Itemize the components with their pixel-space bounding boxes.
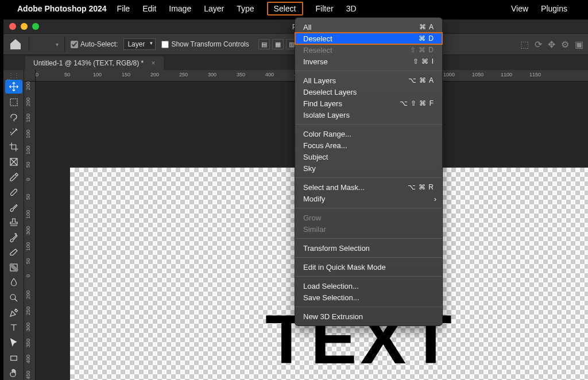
auto-select-label: Auto-Select: [80, 40, 118, 48]
divider [64, 37, 65, 52]
home-button[interactable] [8, 37, 23, 52]
menu-item-focus-area[interactable]: Focus Area... [295, 139, 442, 151]
camera-icon[interactable]: ▣ [575, 39, 583, 50]
menu-edit[interactable]: Edit [142, 4, 156, 13]
ruler-tick: 300 [25, 226, 31, 235]
menu-select[interactable]: Select [267, 2, 303, 15]
show-transform-checkbox[interactable]: Show Transform Controls [161, 40, 249, 48]
history-brush-tool[interactable] [5, 231, 22, 245]
menu-view[interactable]: View [511, 4, 528, 13]
type-tool[interactable] [5, 321, 22, 335]
gear-icon[interactable]: ⚙ [561, 39, 569, 50]
menu-item-new-3d-extrusion[interactable]: New 3D Extrusion [295, 311, 442, 322]
menu-separator [295, 124, 442, 125]
ruler-tick: 300 [25, 323, 31, 331]
menu-item-reselect: Reselect⇧ ⌘ D [295, 44, 442, 56]
menu-item-color-range[interactable]: Color Range... [295, 128, 442, 139]
menu-item-label: All [303, 23, 311, 32]
ruler-tick: 100 [25, 210, 31, 219]
dodge-tool[interactable] [5, 290, 22, 304]
eraser-tool[interactable] [5, 246, 22, 259]
menu-shortcut: ⌥ ⌘ A [408, 76, 434, 84]
rotate-icon[interactable]: ⟳ [535, 39, 542, 50]
menu-plugins[interactable]: Plugins [541, 4, 567, 13]
window-close-button[interactable] [9, 23, 16, 30]
menu-item-label: Load Selection... [303, 282, 359, 290]
menu-item-label: Find Layers [303, 99, 342, 108]
quick-select-tool[interactable] [5, 125, 22, 139]
show-transform-input[interactable] [161, 41, 169, 48]
healing-brush-tool[interactable] [5, 185, 22, 199]
crop-tool[interactable] [5, 140, 22, 154]
menu-separator [295, 276, 442, 277]
pen-tool[interactable] [5, 306, 22, 320]
scale-icon[interactable]: ✥ [548, 39, 555, 50]
align-left-button[interactable]: ▤ [258, 39, 270, 49]
eyedropper-tool[interactable] [5, 170, 22, 184]
menu-item-modify[interactable]: Modify› [295, 193, 442, 204]
ruler-tick: 400 [25, 355, 31, 363]
menu-item-load-selection[interactable]: Load Selection... [295, 280, 442, 292]
clone-stamp-tool[interactable] [5, 215, 22, 229]
menu-item-save-selection[interactable]: Save Selection... [295, 292, 442, 303]
ruler-tick: 50 [25, 258, 31, 264]
menu-separator [295, 71, 442, 71]
menu-item-label: Similar [303, 225, 326, 234]
panel-expander[interactable]: ›› [7, 77, 25, 86]
menu-item-select-and-mask[interactable]: Select and Mask...⌥ ⌘ R [295, 181, 442, 193]
menu-item-subject[interactable]: Subject [295, 151, 442, 162]
menu-image[interactable]: Image [169, 4, 191, 13]
menu-item-label: Modify [303, 195, 325, 203]
ruler-tick: 150 [122, 72, 130, 77]
menu-item-label: Save Selection... [303, 293, 359, 302]
menu-layer[interactable]: Layer [204, 4, 224, 13]
auto-select-checkbox[interactable]: Auto-Select: [71, 40, 118, 48]
vertical-ruler[interactable]: 2002001501001005005010030010050020025030… [24, 82, 36, 380]
brush-tool[interactable] [5, 200, 22, 214]
menu-item-label: Transform Selection [303, 244, 370, 253]
path-select-tool[interactable] [5, 336, 22, 350]
marquee-tool[interactable] [5, 95, 22, 108]
window-zoom-button[interactable] [32, 23, 39, 30]
menu-item-label: All Layers [303, 76, 336, 85]
ruler-tick: 200 [25, 290, 31, 299]
lasso-tool[interactable] [5, 110, 22, 124]
menu-type[interactable]: Type [237, 4, 254, 13]
menu-item-find-layers[interactable]: Find Layers⌥ ⇧ ⌘ F [295, 98, 442, 109]
menu-item-all[interactable]: All⌘ A [295, 21, 442, 33]
3d-mode-icon[interactable]: ⬚ [520, 39, 529, 50]
blur-tool[interactable] [5, 276, 22, 289]
ruler-tick: 100 [25, 146, 31, 154]
rectangle-tool[interactable] [5, 351, 22, 365]
menu-3d[interactable]: 3D [346, 4, 357, 13]
menu-shortcut: ⌥ ⇧ ⌘ F [400, 99, 434, 107]
menu-item-edit-in-quick-mask-mode[interactable]: Edit in Quick Mask Mode [295, 261, 442, 273]
hand-tool[interactable] [5, 366, 22, 380]
ruler-tick: 200 [25, 82, 31, 90]
menu-filter[interactable]: Filter [316, 4, 334, 13]
ruler-tick: 1100 [501, 72, 512, 77]
document-tab-label: Untitled-1 @ 143% (TEXT, RGB/8) * [33, 59, 144, 67]
menu-item-deselect[interactable]: Deselect⌘ D [295, 33, 442, 44]
menu-item-deselect-layers[interactable]: Deselect Layers [295, 86, 442, 98]
close-tab-icon[interactable]: × [152, 59, 156, 67]
align-center-button[interactable]: ▦ [272, 39, 284, 49]
auto-select-input[interactable] [71, 41, 78, 48]
menu-item-isolate-layers[interactable]: Isolate Layers [295, 109, 442, 121]
window-minimize-button[interactable] [21, 23, 28, 30]
ruler-tick: 100 [93, 72, 102, 77]
menu-shortcut: ⌘ A [419, 23, 434, 31]
auto-select-dropdown[interactable]: Layer ▾ [123, 38, 156, 50]
document-tab[interactable]: Untitled-1 @ 143% (TEXT, RGB/8) * × [25, 56, 164, 70]
menu-item-inverse[interactable]: Inverse⇧ ⌘ I [295, 56, 442, 67]
ruler-tick: 100 [25, 130, 31, 138]
menu-item-all-layers[interactable]: All Layers⌥ ⌘ A [295, 75, 442, 86]
show-transform-label: Show Transform Controls [171, 40, 249, 48]
menu-item-sky[interactable]: Sky [295, 162, 442, 174]
menu-file[interactable]: File [117, 4, 130, 13]
frame-tool[interactable] [5, 155, 22, 169]
ruler-tick: 1000 [443, 72, 455, 77]
menu-item-similar: Similar [295, 223, 442, 235]
gradient-tool[interactable] [5, 261, 22, 274]
menu-item-transform-selection[interactable]: Transform Selection [295, 242, 442, 254]
